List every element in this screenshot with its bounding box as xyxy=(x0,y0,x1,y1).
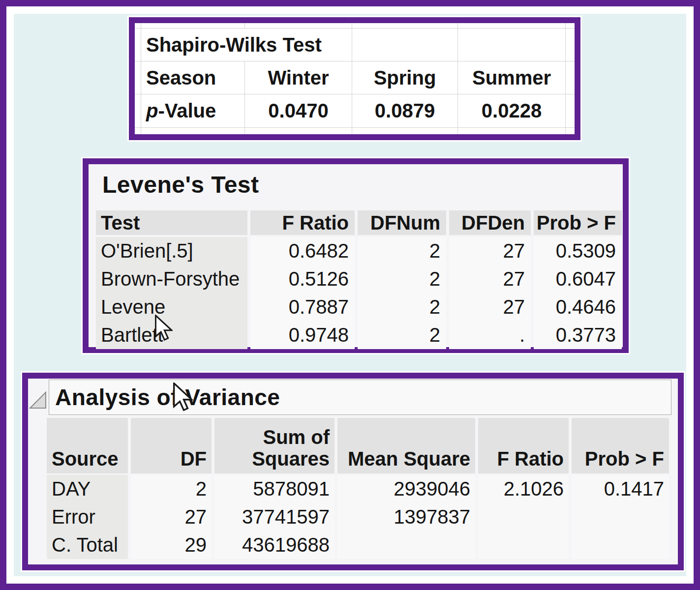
grid-cell xyxy=(245,128,352,134)
table-row: Levene 0.7887 2 27 0.4646 xyxy=(96,293,622,321)
f-ratio-value: 2.1026 xyxy=(478,475,569,503)
prob-f-value: 0.6047 xyxy=(534,265,622,293)
shapiro-title: Shapiro-Wilks Test xyxy=(141,29,352,61)
column-header-df: DF xyxy=(131,418,212,473)
table-row: Error 27 37741597 1397837 xyxy=(47,503,669,531)
test-name: O'Brien[.5] xyxy=(96,237,247,265)
grid-cell xyxy=(352,29,458,61)
grid-cell xyxy=(135,128,141,134)
grid-cell xyxy=(141,128,245,134)
anova-title: Analysis of Variance xyxy=(55,384,280,411)
dfnum-value: 2 xyxy=(358,237,446,265)
prob-f-value: 0.1417 xyxy=(572,475,669,503)
f-ratio-value: 0.7887 xyxy=(250,293,355,321)
season-label: Season xyxy=(141,61,245,94)
shapiro-wilks-panel: Shapiro-Wilks Test Season Winter Spring … xyxy=(129,17,580,140)
mean-square-value: 2939046 xyxy=(337,475,475,503)
column-header-dfnum: DFNum xyxy=(358,210,446,235)
pvalue-rest: -Value xyxy=(158,100,216,122)
sum-squares-value: 43619688 xyxy=(214,531,335,559)
table-row: Brown-Forsythe 0.5126 2 27 0.6047 xyxy=(96,265,622,293)
f-ratio-value: 0.5126 xyxy=(250,265,355,293)
grid-cell xyxy=(458,29,566,61)
anova-panel: Analysis of Variance Source DF Sum of Sq… xyxy=(22,373,684,570)
dfden-value: 27 xyxy=(449,265,531,293)
prob-f-value xyxy=(572,531,669,559)
prob-f-value xyxy=(572,503,669,531)
test-name: Brown-Forsythe xyxy=(96,265,247,293)
column-header-prob-f: Prob > F xyxy=(534,210,622,235)
table-row: Bartlett 0.9748 2 . 0.3773 xyxy=(96,321,622,349)
mouse-cursor-icon xyxy=(155,315,173,341)
column-header-source: Source xyxy=(47,418,128,473)
pvalue-spring: 0.0879 xyxy=(352,94,458,128)
column-header-test: Test xyxy=(96,210,247,235)
grid-cell xyxy=(566,128,575,134)
table-row: C. Total 29 43619688 xyxy=(47,531,669,559)
grid-cell xyxy=(566,94,575,128)
grid-cell xyxy=(135,23,141,29)
sum-squares-value: 37741597 xyxy=(214,503,335,531)
column-header-f-ratio: F Ratio xyxy=(478,418,569,473)
column-header-f-ratio: F Ratio xyxy=(250,210,355,235)
source-name: DAY xyxy=(47,475,128,503)
mean-square-value xyxy=(337,531,475,559)
pvalue-winter: 0.0470 xyxy=(245,94,352,128)
dfden-value: 27 xyxy=(449,293,531,321)
pvalue-label: p-Value xyxy=(141,94,245,128)
mouse-cursor-icon xyxy=(173,383,193,411)
disclosure-triangle-icon[interactable] xyxy=(28,390,48,410)
anova-table: Source DF Sum of Squares Mean Square F R… xyxy=(47,418,669,559)
f-ratio-value: 0.9748 xyxy=(250,321,355,349)
dfnum-value: 2 xyxy=(358,265,446,293)
sum-squares-value: 5878091 xyxy=(214,475,335,503)
df-value: 27 xyxy=(131,503,212,531)
column-header-dfden: DFDen xyxy=(449,210,531,235)
f-ratio-value xyxy=(478,503,569,531)
table-row: O'Brien[.5] 0.6482 2 27 0.5309 xyxy=(96,237,622,265)
source-name: Error xyxy=(47,503,128,531)
dfnum-value: 2 xyxy=(358,293,446,321)
grid-cell xyxy=(352,23,458,29)
prob-f-value: 0.5309 xyxy=(534,237,622,265)
df-value: 29 xyxy=(131,531,212,559)
levene-table: Test F Ratio DFNum DFDen Prob > F O'Brie… xyxy=(96,210,622,349)
prob-f-value: 0.4646 xyxy=(534,293,622,321)
anova-title-bar[interactable]: Analysis of Variance xyxy=(49,380,671,415)
season-spring: Spring xyxy=(352,61,458,94)
grid-cell xyxy=(135,29,141,61)
levene-title: Levene's Test xyxy=(102,171,259,198)
shapiro-table: Shapiro-Wilks Test Season Winter Spring … xyxy=(135,23,575,134)
grid-cell xyxy=(458,23,566,29)
season-winter: Winter xyxy=(245,61,352,94)
f-ratio-value xyxy=(478,531,569,559)
mean-square-value: 1397837 xyxy=(337,503,475,531)
column-header-mean-square: Mean Square xyxy=(337,418,475,473)
grid-cell xyxy=(352,128,458,134)
column-header-prob-f: Prob > F xyxy=(572,418,669,473)
source-name: C. Total xyxy=(47,531,128,559)
grid-cell xyxy=(135,61,141,94)
grid-cell xyxy=(566,23,575,29)
grid-cell xyxy=(135,94,141,128)
grid-cell xyxy=(458,128,566,134)
workspace: Shapiro-Wilks Test Season Winter Spring … xyxy=(14,14,686,576)
df-value: 2 xyxy=(131,475,212,503)
grid-cell xyxy=(141,23,245,29)
pvalue-summer: 0.0228 xyxy=(458,94,566,128)
dfden-value: . xyxy=(449,321,531,349)
dfden-value: 27 xyxy=(449,237,531,265)
f-ratio-value: 0.6482 xyxy=(250,237,355,265)
outer-frame: Shapiro-Wilks Test Season Winter Spring … xyxy=(0,0,700,590)
table-row: DAY 2 5878091 2939046 2.1026 0.1417 xyxy=(47,475,669,503)
pvalue-p: p xyxy=(146,100,158,122)
dfnum-value: 2 xyxy=(358,321,446,349)
grid-cell xyxy=(566,29,575,61)
grid-cell xyxy=(566,61,575,94)
grid-cell xyxy=(245,23,352,29)
column-header-sum-of-squares: Sum of Squares xyxy=(214,418,335,473)
anova-header-row: Source DF Sum of Squares Mean Square F R… xyxy=(47,418,669,473)
levene-header-row: Test F Ratio DFNum DFDen Prob > F xyxy=(96,210,622,235)
prob-f-value: 0.3773 xyxy=(534,321,622,349)
season-summer: Summer xyxy=(458,61,566,94)
